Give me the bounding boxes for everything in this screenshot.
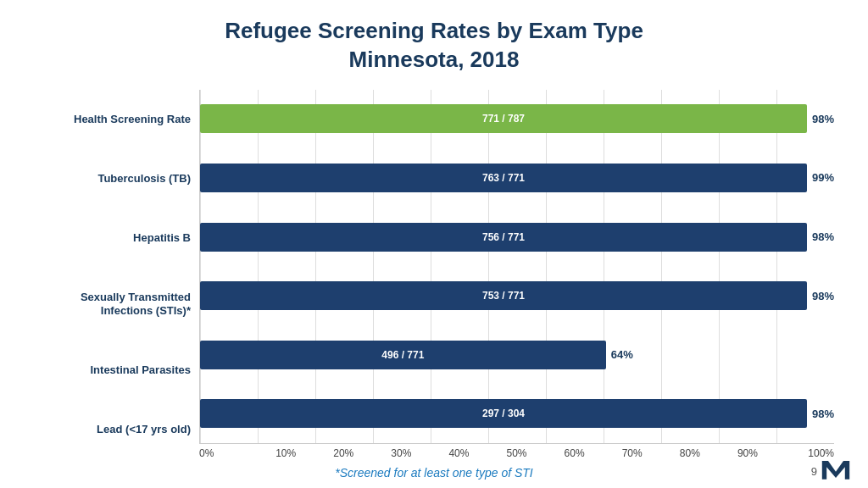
- title-line1: Refugee Screening Rates by Exam Type: [225, 17, 643, 46]
- bar-value-label: 753 / 771: [482, 290, 525, 302]
- bar: 496 / 771: [200, 341, 606, 369]
- bar-pct-label: 99%: [812, 171, 834, 184]
- page-number: 9: [811, 465, 817, 478]
- x-tick-label: 70%: [604, 447, 661, 459]
- bar-row: 771 / 78798%: [200, 101, 834, 136]
- y-axis-label: Health Screening Rate: [34, 113, 191, 126]
- y-axis-labels: Health Screening RateTuberculosis (TB)He…: [34, 90, 199, 459]
- bar-pct-label: 98%: [812, 408, 834, 420]
- bar-row: 753 / 77198%: [200, 278, 834, 313]
- bar: 753 / 771: [200, 281, 807, 310]
- x-tick-label: 10%: [257, 447, 314, 459]
- slide: Refugee Screening Rates by Exam Type Min…: [0, 0, 868, 488]
- x-tick-label: 30%: [372, 447, 430, 459]
- x-tick-label: 50%: [487, 447, 545, 459]
- bar-row: 763 / 77199%: [200, 160, 834, 196]
- bar-value-label: 496 / 771: [381, 349, 424, 361]
- bar-row: 756 / 77198%: [200, 219, 834, 255]
- bars-section: 771 / 78798%763 / 77199%756 / 77198%753 …: [199, 90, 834, 459]
- y-axis-label: Intestinal Parasites: [34, 363, 191, 377]
- y-axis-label: Lead (<17 yrs old): [34, 423, 191, 436]
- y-axis-label: Sexually TransmittedInfections (STIs)*: [34, 291, 191, 317]
- bar-pct-label: 98%: [812, 113, 834, 125]
- y-axis-label: Tuberculosis (TB): [34, 172, 191, 186]
- bar-row: 297 / 30498%: [200, 396, 834, 431]
- bar-row: 496 / 77164%: [200, 337, 834, 373]
- logo: [821, 458, 851, 481]
- bar-pct-label: 98%: [812, 290, 834, 302]
- bar: 756 / 771: [200, 223, 807, 252]
- bar-pct-label: 64%: [611, 348, 633, 361]
- bar: 297 / 304: [200, 399, 807, 428]
- chart-title: Refugee Screening Rates by Exam Type Min…: [225, 17, 643, 75]
- grid-lines: [200, 90, 834, 443]
- bar-value-label: 771 / 787: [482, 113, 525, 125]
- bars-container: 771 / 78798%763 / 77199%756 / 77198%753 …: [199, 90, 834, 443]
- x-axis: 0%10%20%30%40%50%60%70%80%90%100%: [199, 443, 834, 459]
- bar-value-label: 297 / 304: [482, 408, 525, 419]
- bar-value-label: 763 / 771: [482, 172, 525, 184]
- footnote: *Screened for at least one type of STI: [335, 466, 532, 480]
- y-axis-label: Hepatitis B: [34, 231, 191, 245]
- x-tick-label: 20%: [314, 447, 372, 459]
- x-tick-label: 0%: [199, 447, 257, 459]
- x-tick-label: 40%: [430, 447, 487, 459]
- bar-pct-label: 98%: [812, 230, 834, 243]
- bar-value-label: 756 / 771: [482, 231, 525, 243]
- bar: 763 / 771: [200, 164, 807, 192]
- x-tick-label: 80%: [661, 447, 719, 459]
- x-tick-label: 60%: [546, 447, 604, 459]
- title-line2: Minnesota, 2018: [225, 46, 643, 75]
- x-tick-label: 90%: [719, 447, 776, 459]
- bar: 771 / 787: [200, 104, 807, 133]
- chart-area: Health Screening RateTuberculosis (TB)He…: [34, 90, 834, 459]
